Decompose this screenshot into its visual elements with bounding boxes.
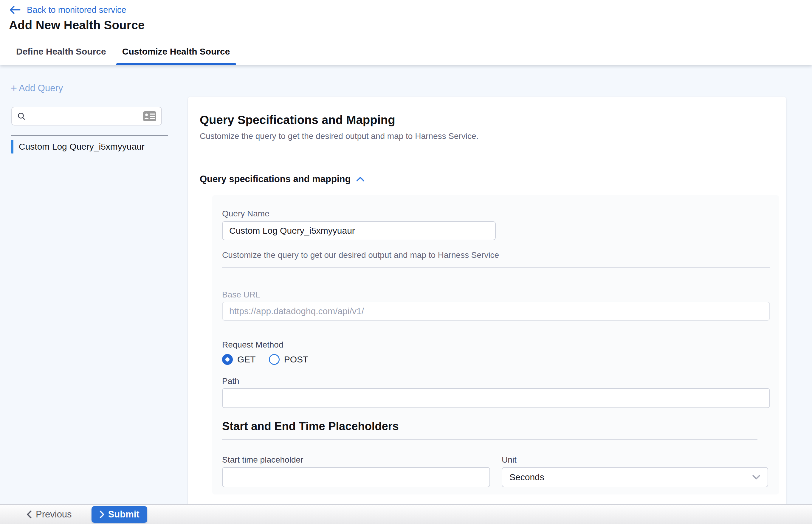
submit-button-label: Submit bbox=[108, 509, 140, 520]
back-link-label[interactable]: Back to monitored service bbox=[27, 5, 126, 15]
previous-button-label: Previous bbox=[36, 509, 72, 520]
path-input[interactable] bbox=[222, 388, 770, 408]
tab-customize-health-source[interactable]: Customize Health Source bbox=[116, 38, 236, 65]
section-toggle[interactable]: Query specifications and mapping bbox=[200, 174, 775, 184]
tab-define-health-source[interactable]: Define Health Source bbox=[10, 38, 112, 65]
radio-get-label: GET bbox=[237, 355, 256, 364]
request-method-label: Request Method bbox=[222, 340, 770, 350]
tab-define-label: Define Health Source bbox=[16, 47, 106, 56]
card-header: Query Specifications and Mapping Customi… bbox=[188, 97, 786, 141]
query-spec-panel: Query Name Customize the query to get ou… bbox=[212, 195, 779, 494]
back-to-monitored-service[interactable]: Back to monitored service bbox=[9, 5, 126, 15]
query-name-input[interactable] bbox=[222, 221, 496, 240]
base-url-input[interactable] bbox=[222, 302, 770, 321]
tab-customize-label: Customize Health Source bbox=[122, 47, 230, 56]
start-time-field: Start time placeholder bbox=[222, 455, 490, 487]
unit-label: Unit bbox=[502, 455, 768, 465]
selected-query-indicator bbox=[11, 140, 13, 153]
search-icon bbox=[17, 112, 26, 121]
footer-bar: Previous Submit bbox=[0, 504, 812, 524]
query-sidebar: + Add Query Custom Log Query_i5xmyyuaur bbox=[0, 65, 188, 504]
query-helper-text: Customize the query to get our desired o… bbox=[222, 250, 770, 260]
chevron-up-icon[interactable] bbox=[356, 176, 365, 182]
card-heading: Query Specifications and Mapping bbox=[200, 113, 775, 127]
sidebar-divider bbox=[11, 135, 168, 136]
card-subheading: Customize the query to get the desired o… bbox=[200, 131, 775, 141]
radio-get-icon bbox=[222, 354, 233, 365]
unit-select-value: Seconds bbox=[509, 472, 544, 482]
chevron-right-icon bbox=[99, 510, 104, 519]
card-view-icon[interactable] bbox=[143, 111, 157, 121]
placeholders-heading: Start and End Time Placeholders bbox=[222, 420, 770, 433]
tab-bar: Define Health Source Customize Health So… bbox=[10, 38, 236, 65]
plus-icon: + bbox=[11, 84, 17, 93]
page-header: Back to monitored service Add New Health… bbox=[0, 0, 812, 65]
chevron-down-icon bbox=[752, 475, 760, 480]
page-title: Add New Health Source bbox=[9, 18, 145, 32]
radio-post-icon bbox=[269, 354, 280, 365]
back-arrow-icon bbox=[9, 5, 21, 15]
base-url-label: Base URL bbox=[222, 290, 770, 300]
search-input[interactable] bbox=[30, 112, 139, 121]
request-method-radio-group: GET POST bbox=[222, 354, 770, 365]
query-name-label: Query Name bbox=[222, 209, 270, 218]
start-time-label: Start time placeholder bbox=[222, 455, 490, 465]
card-divider bbox=[188, 149, 786, 149]
previous-button[interactable]: Previous bbox=[26, 509, 72, 520]
query-item-label: Custom Log Query_i5xmyyuaur bbox=[19, 142, 145, 152]
radio-get[interactable]: GET bbox=[222, 354, 256, 365]
query-search-box bbox=[11, 107, 162, 126]
unit-select[interactable]: Seconds bbox=[502, 467, 768, 487]
start-time-input[interactable] bbox=[222, 467, 490, 487]
radio-post-label: POST bbox=[284, 355, 309, 364]
placeholders-row: Start time placeholder Unit Seconds bbox=[222, 455, 770, 487]
query-mapping-card: Query Specifications and Mapping Customi… bbox=[188, 97, 786, 504]
unit-field: Unit Seconds bbox=[502, 455, 768, 487]
add-query-label: Add Query bbox=[19, 83, 63, 94]
path-label: Path bbox=[222, 376, 770, 386]
chevron-left-icon bbox=[26, 510, 32, 519]
section-title: Query specifications and mapping bbox=[200, 174, 351, 184]
panel-divider bbox=[222, 267, 770, 268]
placeholders-divider bbox=[222, 439, 758, 440]
query-list-item[interactable]: Custom Log Query_i5xmyyuaur bbox=[11, 138, 168, 155]
submit-button[interactable]: Submit bbox=[92, 506, 147, 523]
radio-post[interactable]: POST bbox=[269, 354, 309, 365]
add-query-button[interactable]: + Add Query bbox=[11, 83, 63, 94]
